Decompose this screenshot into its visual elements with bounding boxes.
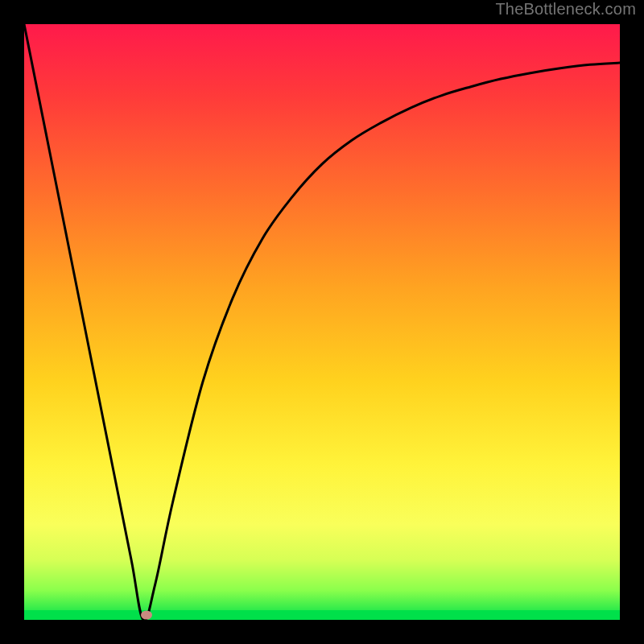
attribution-text: TheBottleneck.com xyxy=(495,0,636,19)
curve-layer xyxy=(24,24,620,620)
bottleneck-curve xyxy=(24,24,620,620)
optimum-marker-icon xyxy=(141,611,152,620)
chart-frame: TheBottleneck.com xyxy=(0,0,644,644)
plot-area xyxy=(24,24,620,620)
